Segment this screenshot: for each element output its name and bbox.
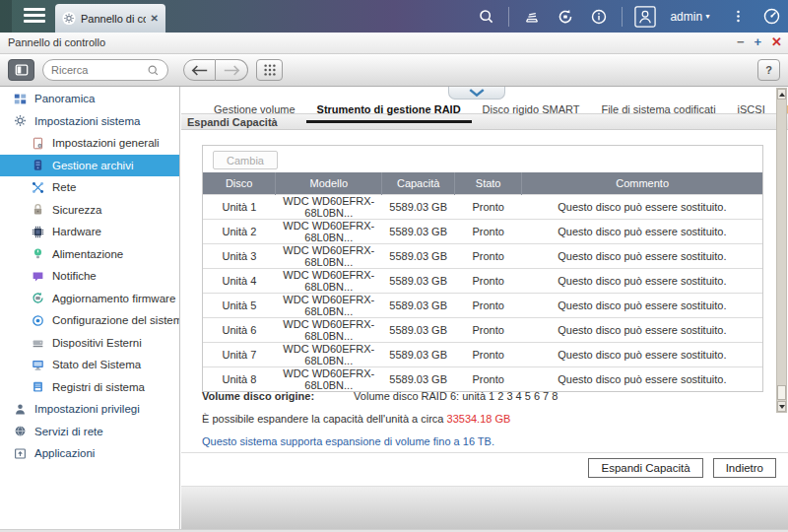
sidebar-item-servizi-di-rete[interactable]: Servizi di rete [0,421,179,443]
table-cell: Unità 3 [203,243,276,268]
sidebar-item-label: Rete [52,181,76,193]
search-input[interactable] [51,64,147,76]
table-cell: Unità 4 [203,268,276,293]
task-stack-icon [523,8,541,26]
sidebar-item-label: Aggiornamento firmware [52,293,175,304]
tab-gestione-volume[interactable]: Gestione volume [203,101,306,123]
search-icon [478,8,494,25]
table-row[interactable]: Unità 3WDC WD60EFRX-68L0BN...5589.03 GBP… [203,243,762,268]
config-icon [31,313,44,327]
table-row[interactable]: Unità 5WDC WD60EFRX-68L0BN...5589.03 GBP… [203,293,762,317]
sidebar-item-alimentazione[interactable]: Alimentazione [0,243,179,266]
back-action-button[interactable]: Indietro [713,458,776,478]
tab-close-icon[interactable]: ✕ [151,13,159,24]
close-button[interactable]: ✕ [771,34,782,50]
table-cell: Unità 6 [203,317,276,342]
username-label[interactable]: admin [670,10,702,24]
triangle-up-icon [779,93,785,97]
table-row[interactable]: Unità 1WDC WD60EFRX-68L0BN...5589.03 GBP… [203,194,762,219]
tab-strumento-di-gestione-raid[interactable]: Strumento di gestione RAID [306,101,472,123]
firmware-icon [31,292,44,305]
window-title: Pannello di controllo [8,36,105,48]
all-settings-grid-button[interactable] [256,59,283,81]
table-row[interactable]: Unità 2WDC WD60EFRX-68L0BN...5589.03 GBP… [203,219,762,243]
dashboard-button[interactable] [755,0,788,33]
global-search-button[interactable] [469,0,502,33]
table-cell: 5589.03 GB [382,342,455,366]
scroll-up-button[interactable] [777,89,786,100]
sidebar-item-sicurezza[interactable]: Sicurezza [0,199,179,222]
arrow-right-icon [223,65,240,76]
topbar-separator [622,7,623,27]
scroll-down-button[interactable] [777,401,786,412]
sidebar-item-notifiche[interactable]: Notifiche [0,265,179,288]
user-icon [13,402,27,416]
user-menu-caret-icon[interactable]: ▼ [704,13,711,20]
info-icon [590,8,608,26]
sidebar-item-label: Alimentazione [52,248,123,260]
sidebar-toggle-button[interactable] [8,59,34,81]
sidebar-item-registri-di-sistema[interactable]: Registri di sistema [0,376,179,399]
tab-disco-rigido-smart[interactable]: Disco rigido SMART [472,101,591,123]
sidebar-item-configurazione-del-sistema[interactable]: Configurazione del sistema [0,309,179,332]
table-row[interactable]: Unità 8WDC WD60EFRX-68L0BN...5589.03 GBP… [203,366,762,391]
table-row[interactable]: Unità 7WDC WD60EFRX-68L0BN...5589.03 GBP… [203,342,762,366]
column-header-modello: Modello [276,172,382,194]
desktop-topbar: Pannello di con... ✕ admin ▼ [0,0,788,33]
sidebar-item-stato-del-sistema[interactable]: Stato del Sistema [0,354,179,376]
expand-capacity-line: È possibile espandere la capacità dell'u… [202,413,754,425]
taskbar-tab-control-panel[interactable]: Pannello di con... ✕ [55,4,165,33]
table-cell: Pronto [455,194,522,219]
window-controls: − + ✕ [737,34,782,50]
sidebar-item-impostazioni-privilegi[interactable]: Impostazioni privilegi [0,398,179,421]
sidebar-item-hardware[interactable]: Hardware [0,221,179,243]
sidebar-item-impostazioni-sistema[interactable]: Impostazioni sistema [0,110,179,133]
change-disk-button[interactable]: Cambia [213,151,278,169]
settings-search-box[interactable] [42,59,168,81]
window-titlebar: Pannello di controllo − + ✕ [0,33,788,54]
more-options-button[interactable] [721,0,755,33]
column-header-disco: Disco [203,172,276,194]
table-row[interactable]: Unità 6WDC WD60EFRX-68L0BN...5589.03 GBP… [203,317,762,342]
collapse-panel-button[interactable] [448,87,505,100]
sidebar-item-gestione-archivi[interactable]: Gestione archivi [0,155,179,177]
power-icon [31,247,44,261]
user-avatar-button[interactable] [628,0,662,33]
table-row[interactable]: Unità 4WDC WD60EFRX-68L0BN...5589.03 GBP… [203,268,762,293]
help-button[interactable]: ? [757,59,780,81]
table-cell: WDC WD60EFRX-68L0BN... [276,219,382,243]
expand-capacity-text: È possibile espandere la capacità dell'u… [202,413,447,425]
table-cell: WDC WD60EFRX-68L0BN... [276,366,382,391]
sidebar-item-panoramica[interactable]: Panoramica [0,88,179,110]
table-cell: 5589.03 GB [382,268,455,293]
main-menu-button[interactable] [24,8,45,25]
expand-capacity-button[interactable]: Espandi Capacità [588,458,702,478]
tab-file-di-sistema-codificati[interactable]: File di sistema codificati [590,101,726,123]
sidebar-item-applicazioni[interactable]: Applicazioni [0,442,179,465]
sidebar-item-label: Notifiche [52,270,97,282]
background-tasks-button[interactable] [515,0,549,33]
firmware-update-button[interactable] [549,0,582,33]
gear-icon [13,114,27,128]
source-volume-label: Volume disco origine: [202,390,314,402]
table-cell: Questo disco può essere sostituito. [522,243,762,268]
table-cell: Unità 1 [203,194,276,219]
back-button[interactable] [183,59,216,81]
tab-iscsi[interactable]: iSCSI [727,101,776,123]
sidebar-item-dispositivi-esterni[interactable]: Dispositivi Esterni [0,332,179,355]
sidebar-item-impostazioni-generali[interactable]: Impostazioni generali [0,132,179,155]
content-area: Espandi Capacità Gestione volumeStrument… [181,87,788,529]
table-cell: WDC WD60EFRX-68L0BN... [276,194,382,219]
sidebar-item-label: Stato del Sistema [52,359,141,370]
scrollbar-thumb[interactable] [777,385,786,400]
notifications-button[interactable] [582,0,616,33]
vertical-scrollbar[interactable] [776,88,787,413]
minimize-button[interactable]: − [737,34,745,50]
forward-button[interactable] [216,59,248,81]
sidebar-item-aggiornamento-firmware[interactable]: Aggiornamento firmware [0,288,179,310]
table-cell: Questo disco può essere sostituito. [522,366,762,391]
topbar-icon-group: admin ▼ [469,0,788,33]
maximize-button[interactable]: + [755,34,762,50]
table-cell: Pronto [455,268,522,293]
sidebar-item-rete[interactable]: Rete [0,176,179,199]
